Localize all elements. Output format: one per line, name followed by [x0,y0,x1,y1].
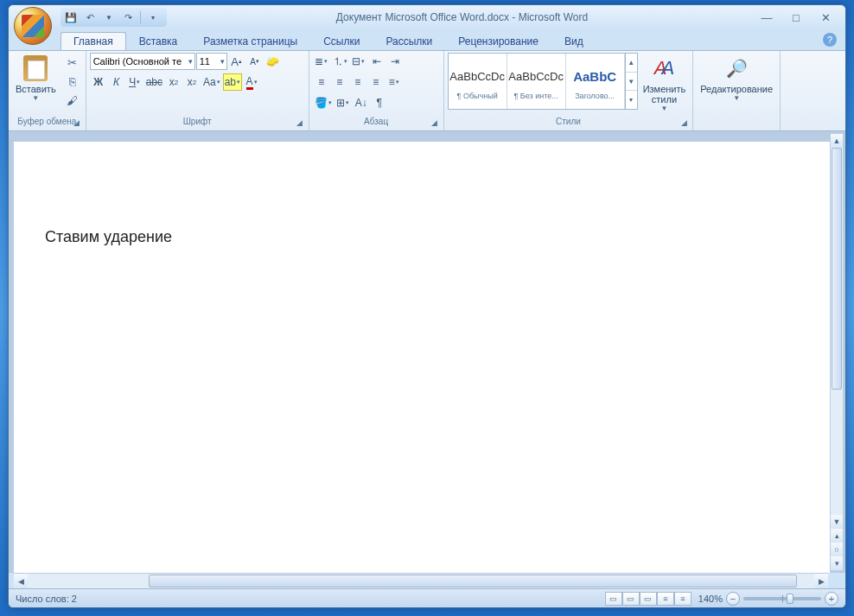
app-window: 💾 ↶ ▼ ↷ ▾ Документ Microsoft Office Word… [8,4,846,608]
group-font-label: Шрифт [183,117,212,126]
undo-button[interactable]: ↶ [81,10,99,25]
font-size-combo[interactable]: 11 [196,53,227,70]
change-styles-button[interactable]: AA Изменить стили ▼ [640,53,690,114]
align-right-button[interactable]: ≡ [349,73,366,91]
change-case-button[interactable]: Aa [201,73,222,91]
multilevel-list-button[interactable]: ⊟ [350,53,367,70]
tab-review[interactable]: Рецензирование [445,32,551,50]
decrease-indent-button[interactable]: ⇤ [368,53,386,70]
tab-view[interactable]: Вид [551,32,596,50]
tab-insert[interactable]: Вставка [126,32,191,50]
clipboard-dialog-launcher[interactable]: ◢ [72,118,82,129]
maximize-button[interactable]: □ [787,10,806,25]
font-dialog-launcher[interactable]: ◢ [295,118,305,129]
italic-button[interactable]: К [108,73,125,91]
zoom-controls: 140% − + [698,592,838,606]
paragraph-dialog-launcher[interactable]: ◢ [430,118,440,129]
subscript-button[interactable]: x2 [165,73,182,91]
fullscreen-reading-view[interactable]: ▭ [622,592,640,606]
hscroll-thumb[interactable] [149,575,797,587]
tab-pagelayout[interactable]: Разметка страницы [190,32,310,50]
justify-button[interactable]: ≡ [367,73,385,91]
group-clipboard: Вставить ▼ ✂ ⎘ 🖌 Буфер обмена◢ [9,51,86,130]
qat-separator [140,11,141,23]
zoom-in-button[interactable]: + [825,592,838,606]
show-marks-button[interactable]: ¶ [371,94,388,111]
align-center-button[interactable]: ≡ [331,73,348,91]
highlight-button[interactable]: ab [223,73,242,91]
titlebar: 💾 ↶ ▼ ↷ ▾ Документ Microsoft Office Word… [9,5,845,29]
increase-indent-button[interactable]: ⇥ [386,53,404,70]
underline-button[interactable]: Ч [126,73,143,91]
shrink-font-button[interactable]: A▾ [246,53,264,70]
format-painter-button[interactable]: 🖌 [63,91,82,110]
browse-object-button[interactable]: ○ [831,543,843,556]
find-icon: 🔎 [723,54,750,82]
align-left-button[interactable]: ≡ [313,73,330,91]
document-area[interactable]: Ставим ударение [14,142,830,573]
font-name-combo[interactable]: Calibri (Основной те [90,53,195,70]
qat-customize-button[interactable]: ▾ [144,10,162,25]
zoom-slider-thumb[interactable] [787,594,793,604]
style-nospacing[interactable]: AaBbCcDc ¶ Без инте... [507,54,566,109]
close-button[interactable]: ✕ [816,10,835,25]
scroll-track[interactable] [831,148,843,515]
hscroll-left-button[interactable]: ◀ [14,574,28,588]
line-spacing-button[interactable]: ≡ [386,73,403,91]
bold-button[interactable]: Ж [90,73,107,91]
save-button[interactable]: 💾 [62,10,80,25]
group-editing: 🔎 Редактирование ▼ [693,51,781,130]
superscript-button[interactable]: x2 [183,73,201,91]
numbering-button[interactable]: ⒈ [331,53,349,70]
office-button[interactable] [14,7,52,45]
vertical-scrollbar[interactable]: ▲ ▼ ▴ ○ ▾ [830,133,844,571]
shading-button[interactable]: 🪣 [313,94,334,111]
style-scroll-up[interactable]: ▲ [626,54,637,73]
style-heading1[interactable]: AaBbC Заголово... [566,54,625,109]
font-color-button[interactable]: A [243,73,260,91]
bullets-button[interactable]: ≣ [313,53,330,70]
editing-button[interactable]: 🔎 Редактирование ▼ [697,53,776,104]
web-layout-view[interactable]: ▭ [640,592,657,606]
scroll-down-button[interactable]: ▼ [831,515,843,529]
style-scroll-down[interactable]: ▼ [626,73,637,92]
clear-formatting-button[interactable]: 🧽 [264,53,282,70]
draft-view[interactable]: ≡ [674,592,691,606]
view-buttons: ▭ ▭ ▭ ≡ ≡ [605,592,691,606]
scroll-up-button[interactable]: ▲ [831,134,843,148]
styles-dialog-launcher[interactable]: ◢ [679,118,689,129]
tab-references[interactable]: Ссылки [310,32,373,50]
sort-button[interactable]: A↓ [353,94,370,111]
paste-button[interactable]: Вставить ▼ [12,53,60,104]
styles-gallery: AaBbCcDc ¶ Обычный AaBbCcDc ¶ Без инте..… [448,53,638,110]
outline-view[interactable]: ≡ [657,592,674,606]
style-expand[interactable]: ▾ [626,91,637,109]
zoom-out-button[interactable]: − [726,592,740,606]
cut-button[interactable]: ✂ [63,53,82,72]
document-text: Ставим ударение [45,228,172,245]
hscroll-track[interactable] [28,574,814,588]
scroll-thumb[interactable] [832,148,842,390]
help-button[interactable]: ? [823,33,837,47]
tab-mailings[interactable]: Рассылки [373,32,445,50]
redo-button[interactable]: ↷ [119,10,137,25]
zoom-slider[interactable] [743,597,821,600]
window-title: Документ Microsoft Office Word.docx - Mi… [167,11,757,23]
style-normal[interactable]: AaBbCcDc ¶ Обычный [449,54,507,109]
borders-button[interactable]: ⊞ [335,94,352,111]
next-page-button[interactable]: ▾ [831,556,843,570]
prev-page-button[interactable]: ▴ [831,529,843,543]
strikethrough-button[interactable]: abc [144,73,164,91]
copy-button[interactable]: ⎘ [63,72,82,91]
horizontal-scrollbar[interactable]: ◀ ▶ [14,573,828,588]
grow-font-button[interactable]: A▴ [228,53,245,70]
zoom-level[interactable]: 140% [698,594,723,604]
tab-home[interactable]: Главная [61,32,126,50]
minimize-button[interactable]: — [757,10,776,25]
hscroll-right-button[interactable]: ▶ [814,574,828,588]
statusbar: Число слов: 2 ▭ ▭ ▭ ≡ ≡ 140% − + [9,588,845,607]
undo-dropdown[interactable]: ▼ [100,10,118,25]
word-count[interactable]: Число слов: 2 [16,594,605,604]
print-layout-view[interactable]: ▭ [605,592,622,606]
group-paragraph: ≣ ⒈ ⊟ ⇤ ⇥ ≡ ≡ ≡ ≡ ≡ 🪣 ⊞ A↓ ¶ [309,51,444,130]
